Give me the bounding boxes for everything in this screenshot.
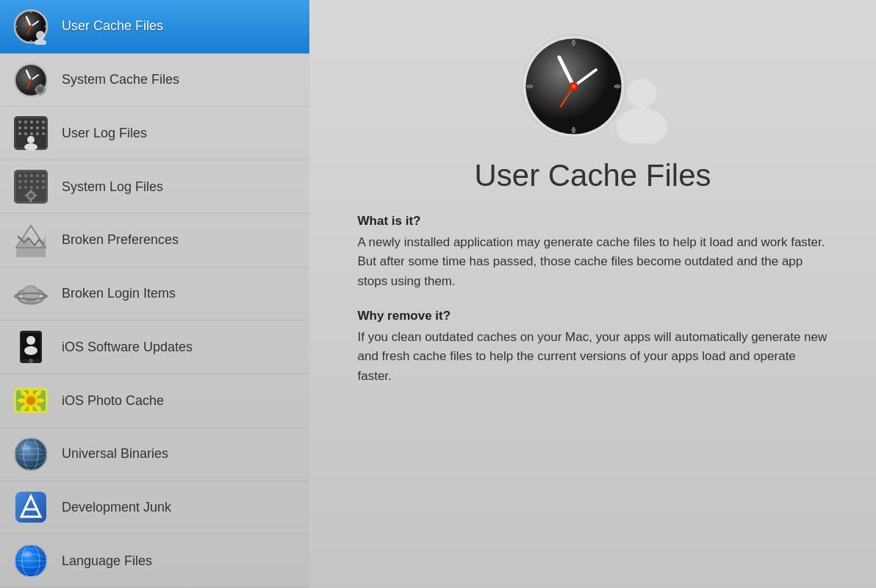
svg-point-36	[30, 132, 33, 135]
svg-point-4	[29, 25, 32, 28]
svg-point-72	[24, 346, 37, 355]
svg-rect-61	[30, 200, 32, 202]
svg-point-44	[24, 174, 27, 177]
svg-rect-63	[35, 195, 37, 197]
svg-point-29	[18, 126, 21, 129]
sidebar-item-label: Development Junk	[62, 500, 171, 515]
sidebar-item-ios-photo-cache[interactable]: iOS Photo Cache	[0, 374, 309, 428]
svg-point-45	[30, 174, 33, 177]
system-log-files-icon	[12, 168, 50, 206]
svg-point-35	[24, 132, 27, 135]
svg-point-107	[528, 85, 532, 89]
ios-software-updates-icon	[12, 328, 50, 366]
svg-point-39	[27, 136, 35, 143]
svg-point-6	[30, 40, 32, 42]
sidebar-item-user-log-files[interactable]: User Log Files	[0, 107, 309, 160]
svg-point-48	[18, 180, 21, 183]
svg-rect-20	[35, 88, 37, 90]
svg-rect-18	[40, 84, 42, 86]
svg-point-80	[37, 398, 44, 403]
svg-point-70	[29, 359, 33, 363]
ios-photo-cache-icon	[12, 381, 50, 420]
svg-point-114	[627, 79, 656, 108]
svg-point-59	[29, 193, 34, 198]
sidebar-item-label: System Log Files	[62, 179, 163, 195]
svg-point-38	[42, 132, 45, 135]
sidebar-item-broken-login-items[interactable]: Broken Login Items	[0, 268, 309, 321]
what-is-it-text: A newly installed application may genera…	[358, 233, 828, 291]
svg-point-33	[42, 126, 45, 129]
sidebar-item-system-cache-files[interactable]: System Cache Files	[0, 54, 309, 107]
svg-point-37	[36, 132, 39, 135]
sidebar-item-user-cache-files[interactable]: User Cache Files	[0, 0, 309, 54]
svg-point-105	[571, 40, 575, 45]
svg-point-115	[616, 108, 667, 143]
what-is-it-heading: What is it?	[358, 214, 828, 229]
svg-point-31	[30, 126, 33, 129]
sidebar-item-universal-binaries[interactable]: Universal Binaries	[0, 428, 309, 481]
svg-point-28	[42, 121, 45, 123]
svg-point-78	[29, 406, 33, 414]
svg-point-24	[18, 121, 21, 123]
svg-point-47	[42, 174, 45, 177]
svg-point-34	[18, 132, 21, 135]
svg-point-40	[24, 143, 37, 151]
svg-rect-60	[30, 190, 32, 192]
svg-point-49	[24, 180, 27, 183]
svg-point-76	[26, 396, 35, 405]
svg-point-55	[30, 186, 33, 189]
svg-point-15	[29, 79, 32, 82]
svg-point-113	[571, 85, 575, 89]
sidebar-item-label: User Log Files	[62, 126, 147, 141]
svg-point-9	[36, 31, 45, 40]
svg-point-8	[45, 25, 47, 27]
svg-point-50	[30, 180, 33, 183]
svg-point-43	[18, 174, 21, 177]
system-cache-files-icon	[12, 61, 50, 99]
main-clock-icon	[517, 29, 631, 143]
svg-point-71	[26, 336, 35, 345]
svg-point-57	[42, 186, 45, 189]
sidebar-item-ios-software-updates[interactable]: iOS Software Updates	[0, 320, 309, 374]
svg-rect-62	[25, 195, 27, 197]
svg-point-106	[571, 128, 575, 132]
sidebar-item-development-junk[interactable]: Development Junk	[0, 481, 309, 535]
broken-preferences-icon	[12, 221, 50, 259]
main-title: User Cache Files	[474, 158, 711, 193]
svg-point-7	[15, 25, 18, 27]
svg-point-56	[36, 186, 39, 189]
sidebar-item-system-log-files[interactable]: System Log Files	[0, 160, 309, 214]
svg-rect-21	[44, 88, 46, 90]
universal-binaries-icon	[12, 435, 50, 473]
why-remove-heading: Why remove it?	[358, 309, 828, 323]
sidebar-item-broken-preferences[interactable]: Broken Preferences	[0, 214, 309, 268]
development-junk-icon	[12, 488, 50, 526]
svg-point-79	[18, 398, 25, 403]
svg-point-52	[42, 180, 45, 183]
svg-point-90	[21, 445, 30, 451]
why-remove-text: If you clean outdated caches on your Mac…	[358, 328, 828, 386]
svg-point-98	[23, 551, 32, 557]
svg-point-5	[30, 10, 32, 12]
svg-point-25	[24, 121, 27, 123]
svg-point-53	[18, 186, 21, 189]
svg-point-51	[36, 180, 39, 183]
sidebar-item-label: Broken Login Items	[62, 286, 176, 301]
svg-point-77	[29, 387, 33, 395]
broken-login-items-icon	[12, 275, 50, 313]
description-section: What is it? A newly installed applicatio…	[358, 214, 828, 404]
sidebar-item-label: System Cache Files	[62, 72, 179, 87]
sidebar-item-label: iOS Photo Cache	[62, 393, 164, 409]
sidebar-item-label: User Cache Files	[62, 18, 163, 34]
svg-point-46	[36, 174, 39, 177]
svg-point-32	[36, 126, 39, 129]
sidebar-item-label: Broken Preferences	[62, 232, 179, 248]
svg-point-27	[36, 121, 39, 123]
sidebar-item-language-files[interactable]: Language Files	[0, 534, 309, 588]
sidebar-item-label: Language Files	[62, 553, 152, 569]
main-icon-area	[517, 29, 669, 143]
svg-point-30	[24, 126, 27, 129]
sidebar: User Cache Files	[0, 0, 309, 588]
user-silhouette-icon	[614, 77, 669, 143]
user-cache-files-icon	[12, 7, 50, 46]
